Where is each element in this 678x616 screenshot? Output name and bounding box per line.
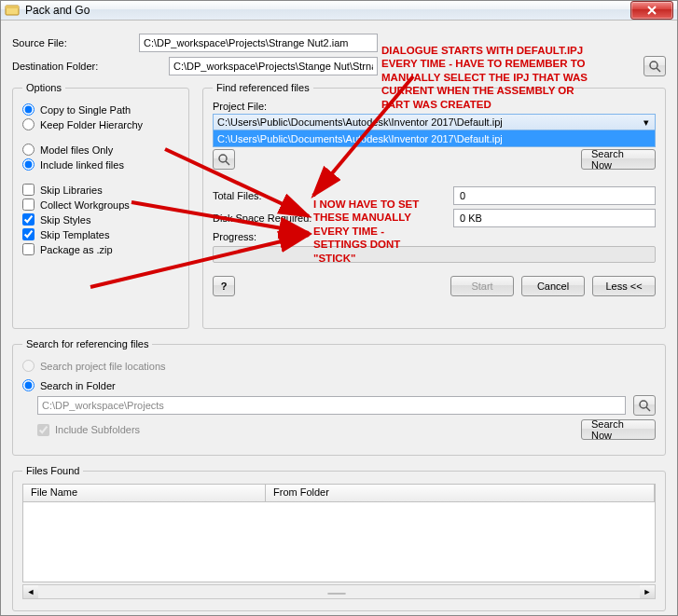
find-ref-legend: Find referenced files	[213, 82, 313, 93]
files-table-body	[22, 502, 656, 582]
browse-project-button[interactable]	[213, 149, 235, 170]
source-file-input[interactable]	[139, 34, 378, 52]
package-zip-checkbox[interactable]: Package as .zip	[22, 243, 179, 255]
search-proj-loc-radio[interactable]: Search project file locations	[22, 360, 656, 372]
less-button[interactable]: Less <<	[592, 276, 656, 296]
source-file-label: Source File:	[12, 37, 131, 48]
total-files-value: 0	[453, 186, 656, 205]
include-linked-radio[interactable]: Include linked files	[22, 158, 179, 171]
model-files-only-radio[interactable]: Model files Only	[22, 144, 179, 156]
svg-line-5	[226, 161, 229, 165]
project-file-label: Project File:	[213, 101, 656, 112]
disk-space-label: Disk Space Required:	[213, 212, 446, 224]
scroll-right-icon[interactable]: ►	[640, 585, 655, 598]
skip-templates-checkbox[interactable]: Skip Templates	[22, 228, 179, 240]
svg-point-6	[640, 401, 647, 408]
disk-space-value: 0 KB	[453, 209, 656, 227]
horizontal-scrollbar[interactable]: ◄ ►	[22, 584, 656, 599]
cancel-button[interactable]: Cancel	[521, 276, 585, 296]
search-in-folder-radio[interactable]: Search in Folder	[22, 379, 656, 391]
files-found-legend: Files Found	[22, 465, 83, 476]
progress-bar	[213, 246, 656, 263]
files-table-header: File Name From Folder	[22, 484, 656, 502]
svg-line-3	[657, 68, 660, 72]
browse-dest-button[interactable]	[643, 56, 666, 76]
svg-point-2	[650, 62, 657, 69]
dest-folder-input[interactable]	[169, 57, 378, 75]
copy-single-path-radio[interactable]: Copy to Single Path	[22, 103, 179, 116]
svg-point-4	[219, 155, 227, 162]
scroll-thumb[interactable]	[327, 593, 346, 595]
skip-styles-checkbox[interactable]: Skip Styles	[22, 213, 179, 226]
progress-label: Progress:	[213, 231, 269, 242]
window-title: Pack and Go	[25, 4, 630, 17]
files-found-group: Files Found File Name From Folder ◄ ►	[12, 465, 666, 611]
browse-search-folder-button[interactable]	[633, 395, 656, 416]
search-folder-input[interactable]	[37, 396, 626, 415]
col-file-name[interactable]: File Name	[23, 485, 266, 501]
collect-workgroups-checkbox[interactable]: Collect Workgroups	[22, 198, 179, 211]
total-files-label: Total Files:	[213, 190, 446, 201]
help-button[interactable]: ?	[213, 276, 235, 296]
app-icon	[5, 3, 20, 18]
svg-line-7	[646, 407, 650, 411]
skip-libraries-checkbox[interactable]: Skip Libraries	[22, 184, 179, 196]
search-now-button[interactable]: Search Now	[581, 149, 656, 170]
options-legend: Options	[22, 82, 65, 93]
chevron-down-icon: ▾	[640, 115, 653, 130]
search-referencing-group: Search for referencing files Search proj…	[12, 338, 666, 456]
scroll-left-icon[interactable]: ◄	[23, 585, 38, 598]
keep-hierarchy-radio[interactable]: Keep Folder Hierarchy	[22, 118, 179, 130]
col-from-folder[interactable]: From Folder	[266, 485, 655, 501]
titlebar: Pack and Go	[1, 1, 677, 21]
include-subfolders-checkbox[interactable]: Include Subfolders	[37, 424, 140, 436]
project-file-option[interactable]: C:\Users\Public\Documents\Autodesk\Inven…	[213, 130, 656, 147]
project-file-selected: C:\Users\Public\Documents\Autodesk\Inven…	[217, 116, 503, 128]
dest-folder-label: Destination Folder:	[12, 61, 161, 72]
svg-rect-1	[6, 6, 19, 8]
find-referenced-group: Find referenced files Project File: C:\U…	[202, 82, 666, 329]
start-button[interactable]: Start	[450, 276, 514, 296]
search-ref-legend: Search for referencing files	[22, 338, 152, 349]
options-group: Options Copy to Single Path Keep Folder …	[12, 82, 189, 329]
project-file-dropdown[interactable]: C:\Users\Public\Documents\Autodesk\Inven…	[213, 114, 656, 130]
close-button[interactable]	[630, 1, 673, 20]
search-now-folder-button[interactable]: Search Now	[581, 419, 656, 440]
